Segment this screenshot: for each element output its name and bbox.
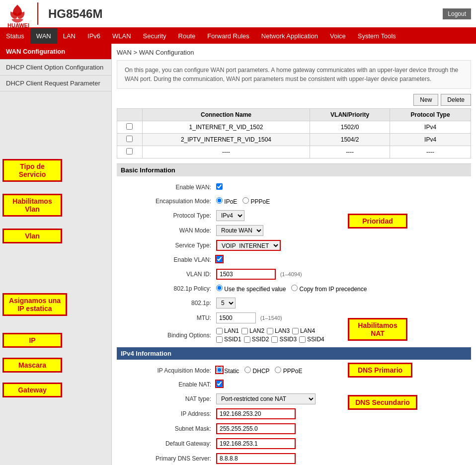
- enable-nat-label: Enable NAT:: [117, 381, 216, 388]
- encap-ipoe-radio[interactable]: [216, 197, 223, 204]
- logout-button[interactable]: Logout: [443, 8, 471, 19]
- binding-label: Binding Options:: [117, 332, 216, 339]
- ip-static-radio[interactable]: [216, 367, 223, 373]
- ipv4-section-header: IPv4 Information: [117, 347, 471, 360]
- sidebar-item-dhcp-request[interactable]: DHCP Client Request Parameter: [0, 76, 111, 91]
- nav-security[interactable]: Security: [137, 28, 172, 44]
- policy-specified-radio[interactable]: [216, 285, 223, 291]
- policy-label: 802.1p Policy:: [117, 285, 216, 292]
- nav-voice[interactable]: Voice: [324, 28, 352, 44]
- row3-vlan: ----: [310, 146, 390, 158]
- ssid4-checkbox[interactable]: [299, 336, 306, 343]
- info-box: On this page, you can configure WAN port…: [117, 60, 471, 89]
- gateway-input[interactable]: [216, 438, 296, 449]
- row1-protocol: IPv4: [390, 121, 471, 134]
- lan2-checkbox[interactable]: [241, 328, 248, 334]
- vlan-id-input[interactable]: [216, 269, 276, 280]
- table-row: 1_INTERNET_R_VID_1502 1502/0 IPv4: [117, 121, 471, 134]
- sidebar-item-dhcp-option[interactable]: DHCP Client Option Configuration: [0, 60, 111, 76]
- lan4-checkbox[interactable]: [292, 328, 299, 334]
- table-header-vlan: VLAN/Priority: [310, 109, 390, 121]
- vlan-id-label: VLAN ID:: [117, 271, 216, 278]
- enable-vlan-label: Enable VLAN:: [117, 256, 216, 263]
- logo-area: HUAWEI HUAWEI: [5, 2, 38, 25]
- lan3-checkbox[interactable]: [267, 328, 273, 334]
- new-button[interactable]: New: [413, 94, 438, 106]
- ip-static-text: Static: [224, 368, 239, 375]
- delete-button[interactable]: Delete: [441, 94, 471, 106]
- breadcrumb: WAN > WAN Configuration: [117, 49, 471, 56]
- vlan-hint: (1–4094): [280, 271, 302, 277]
- service-type-label: Service Type:: [117, 242, 216, 249]
- row3-checkbox[interactable]: [126, 148, 133, 155]
- wan-mode-label: WAN Mode:: [117, 227, 216, 234]
- model-title: HG8546M: [48, 7, 102, 20]
- enable-wan-label: Enable WAN:: [117, 184, 216, 191]
- row1-checkbox[interactable]: [126, 123, 133, 130]
- primary-dns-input[interactable]: [216, 453, 296, 464]
- ssid2-checkbox[interactable]: [244, 336, 250, 343]
- subnet-label: Subnet Mask:: [117, 425, 216, 432]
- nav-wan[interactable]: WAN: [30, 28, 57, 44]
- dot1p-select[interactable]: 5: [216, 298, 236, 309]
- dot1p-label: 802.1p:: [117, 300, 216, 307]
- table-header-check: [117, 109, 143, 121]
- table-row: ---- ---- ----: [117, 146, 471, 158]
- nat-type-label: NAT type:: [117, 395, 216, 402]
- enable-vlan-checkbox[interactable]: [216, 256, 223, 262]
- primary-dns-label: Primary DNS Server:: [117, 455, 216, 462]
- ssid1-checkbox[interactable]: [216, 336, 223, 343]
- nav-forward-rules[interactable]: Forward Rules: [201, 28, 255, 44]
- row2-protocol: IPv4: [390, 134, 471, 146]
- row2-vlan: 1504/2: [310, 134, 390, 146]
- ip-address-label: IP Address:: [117, 410, 216, 417]
- nav-network-application[interactable]: Network Application: [255, 28, 324, 44]
- ip-dhcp-text: DHCP: [253, 368, 270, 375]
- mtu-input[interactable]: [216, 312, 256, 323]
- encap-pppoe-radio[interactable]: [242, 197, 249, 204]
- nav-lan[interactable]: LAN: [57, 28, 81, 44]
- wan-mode-select[interactable]: Route WAN: [216, 225, 263, 236]
- enable-nat-checkbox[interactable]: [216, 381, 223, 387]
- nav-wlan[interactable]: WLAN: [106, 28, 137, 44]
- lan1-checkbox[interactable]: [216, 328, 223, 334]
- policy-copy-text: Copy from IP precedence: [300, 286, 367, 293]
- ip-dhcp-radio[interactable]: [244, 367, 251, 373]
- huawei-logo: HUAWEI: [5, 2, 30, 25]
- nav-status[interactable]: Status: [0, 28, 30, 44]
- nav-ipv6[interactable]: IPv6: [81, 28, 106, 44]
- row3-protocol: ----: [390, 146, 471, 158]
- protocol-label: Protocol Type:: [117, 212, 216, 219]
- row1-vlan: 1502/0: [310, 121, 390, 134]
- policy-specified-text: Use the specified value: [224, 286, 286, 293]
- table-header-protocol: Protocol Type: [390, 109, 471, 121]
- row3-name: ----: [142, 146, 310, 158]
- sidebar-item-wan-config[interactable]: WAN Configuration: [0, 44, 111, 60]
- ip-acq-label: IP Acquisition Mode:: [117, 367, 216, 374]
- table-header-name: Connection Name: [142, 109, 310, 121]
- policy-copy-radio[interactable]: [291, 285, 298, 291]
- enable-wan-checkbox[interactable]: [216, 183, 223, 190]
- nat-type-select[interactable]: Port-restricted cone NAT: [216, 393, 316, 404]
- encap-ipoe-text: IPoE: [224, 198, 237, 205]
- encap-label: Encapsulation Mode:: [117, 198, 216, 205]
- service-type-select[interactable]: VOIP_INTERNET: [216, 240, 281, 251]
- subnet-input[interactable]: [216, 423, 296, 434]
- ip-pppoe-text: PPPoE: [283, 368, 303, 375]
- ssid3-checkbox[interactable]: [271, 336, 278, 343]
- mtu-label: MTU:: [117, 314, 216, 321]
- row2-checkbox[interactable]: [126, 136, 133, 142]
- basic-info-header: Basic Information: [117, 163, 471, 176]
- row1-name: 1_INTERNET_R_VID_1502: [142, 121, 310, 134]
- encap-pppoe-text: PPPoE: [251, 198, 270, 205]
- nav-route[interactable]: Route: [172, 28, 202, 44]
- ip-pppoe-radio[interactable]: [275, 367, 281, 373]
- nav-system-tools[interactable]: System Tools: [352, 28, 402, 44]
- row2-name: 2_IPTV_INTERNET_R_VID_1504: [142, 134, 310, 146]
- ip-address-input[interactable]: [216, 408, 296, 419]
- nav-bar: Status WAN LAN IPv6 WLAN Security Route …: [0, 28, 476, 44]
- protocol-select[interactable]: IPv4: [216, 210, 244, 221]
- table-row: 2_IPTV_INTERNET_R_VID_1504 1504/2 IPv4: [117, 134, 471, 146]
- connection-table: Connection Name VLAN/Priority Protocol T…: [117, 108, 471, 158]
- gateway-label: Default Gateway:: [117, 440, 216, 447]
